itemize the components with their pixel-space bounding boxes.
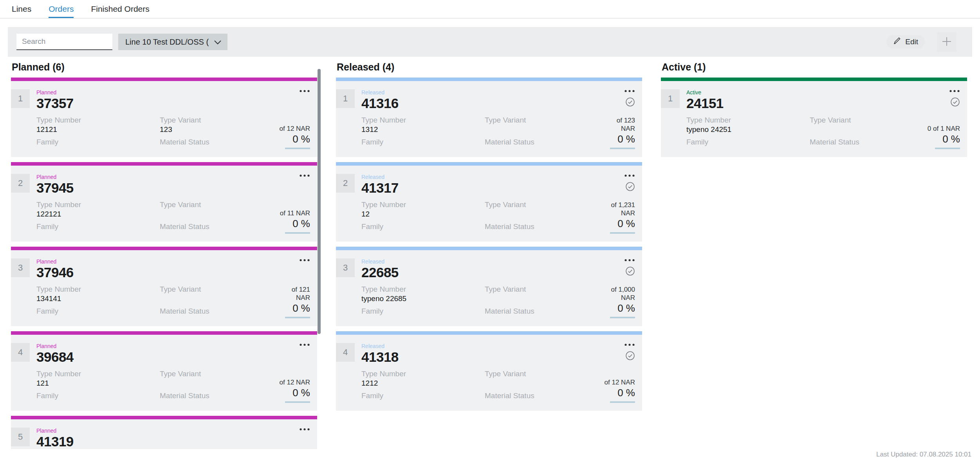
progress-percent: 0 % [292,303,310,314]
field-material-status: Material Status [160,222,271,241]
nar-count: of 123 NAR [617,116,635,133]
overflow-menu-button[interactable] [624,257,635,263]
nar-count: of 11 NAR [280,209,310,217]
order-number: 22685 [361,265,596,280]
scrollbar-thumb[interactable] [318,69,321,334]
progress-percent: 0 % [617,218,635,229]
search-input[interactable] [22,37,118,46]
progress-percent: 0 % [292,218,310,229]
column-title: Released (4) [337,62,642,72]
order-number: 41316 [361,96,596,111]
field-family: Family [361,307,485,325]
overflow-menu-button[interactable] [624,173,635,179]
progress-bar [610,401,635,403]
pencil-icon [893,37,902,47]
order-card[interactable]: 5 Planned 41319 [11,416,317,449]
tab-bar: Lines Orders Finished Orders [0,0,980,18]
field-type-variant: Type Variant [485,116,596,134]
card-index-badge: 1 [11,89,30,108]
order-number: 37945 [36,180,271,196]
status-accent-bar [11,78,317,81]
order-card[interactable]: 1 Planned 37357 Type Number12121 Type Va… [11,78,317,157]
card-index-badge: 1 [336,89,355,108]
progress-percent: 0 % [617,134,635,145]
order-card[interactable]: 4 Released 41318 Type Number1212 Type Va… [336,331,642,411]
orders-page: Lines Orders Finished Orders Line 10 Tes… [0,0,980,462]
overflow-menu-button[interactable] [299,426,310,432]
column-planned: Planned (6) 1 Planned 37357 Type Number1… [11,62,317,449]
overflow-menu-button[interactable] [299,257,310,263]
chevron-down-icon [214,38,221,47]
field-type-variant: Type Variant [485,370,596,388]
field-family: Family [36,138,160,156]
status-accent-bar [661,78,967,81]
field-family: Family [36,222,160,241]
overflow-menu-button[interactable] [299,342,310,348]
field-family: Family [36,392,160,410]
column-title: Active (1) [662,62,967,72]
overflow-menu-button[interactable] [299,173,310,179]
edit-button[interactable]: Edit [886,35,925,49]
line-selector-value: Line 10 Test DDL/OSS ( [125,38,209,47]
tab-finished-orders[interactable]: Finished Orders [91,0,149,18]
field-material-status: Material Status [485,392,596,410]
overflow-menu-button[interactable] [949,88,960,94]
progress-bar [935,148,960,149]
progress-bar [610,148,635,149]
order-number: 41317 [361,180,596,196]
tab-orders[interactable]: Orders [49,0,74,18]
status-label: Planned [36,428,271,434]
tab-lines[interactable]: Lines [12,0,31,18]
order-number: 24151 [686,96,921,111]
nar-count: of 12 NAR [280,378,310,386]
card-index-badge: 2 [336,174,355,193]
status-accent-bar [336,247,642,250]
field-type-variant: Type Variant123 [160,116,271,134]
last-updated-text: Last Updated: 07.08.2025 10:01 [876,451,971,458]
column-title: Planned (6) [12,62,317,72]
field-type-variant: Type Variant [485,285,596,303]
field-type-number: Type Numbertypeno 24251 [686,116,810,134]
overflow-menu-button[interactable] [299,88,310,94]
field-material-status: Material Status [160,392,271,410]
card-index-badge: 4 [336,343,355,362]
order-card[interactable]: 3 Released 22685 Type Numbertypeno 22685… [336,247,642,326]
add-order-button[interactable] [937,32,957,52]
check-circle-icon [625,351,635,361]
order-number: 37357 [36,96,271,111]
field-material-status: Material Status [160,307,271,325]
status-label: Active [686,89,921,96]
status-label: Released [361,258,596,265]
field-type-number: Type Number12 [361,200,485,219]
field-type-variant: Type Variant [160,370,271,388]
status-accent-bar [11,331,317,335]
overflow-menu-button[interactable] [624,342,635,348]
line-selector-dropdown[interactable]: Line 10 Test DDL/OSS ( [118,34,227,50]
status-accent-bar [336,331,642,335]
progress-percent: 0 % [942,134,960,145]
order-number: 39684 [36,350,271,365]
status-accent-bar [336,78,642,81]
toolbar: Line 10 Test DDL/OSS ( Edit [8,27,972,57]
field-family: Family [686,138,810,156]
order-card[interactable]: 1 Active 24151 Type Numbertypeno 24251 T… [661,78,967,157]
field-material-status: Material Status [485,138,596,156]
progress-bar [285,232,310,234]
field-type-variant: Type Variant [160,285,271,303]
order-card[interactable]: 1 Released 41316 Type Number1312 Type Va… [336,78,642,157]
check-circle-icon [950,97,960,107]
progress-bar [610,232,635,234]
status-label: Planned [36,89,271,96]
order-card[interactable]: 3 Planned 37946 Type Number134141 Type V… [11,247,317,326]
card-index-badge: 5 [11,428,30,446]
overflow-menu-button[interactable] [624,88,635,94]
progress-bar [285,317,310,318]
status-label: Released [361,89,596,96]
order-card[interactable]: 4 Planned 39684 Type Number121 Type Vari… [11,331,317,411]
check-circle-icon [625,182,635,191]
order-card[interactable]: 2 Planned 37945 Type Number122121 Type V… [11,162,317,242]
order-card[interactable]: 2 Released 41317 Type Number12 Type Vari… [336,162,642,242]
field-type-number: Type Number121 [36,370,160,388]
field-type-variant: Type Variant [485,200,596,219]
card-index-badge: 1 [661,89,680,108]
